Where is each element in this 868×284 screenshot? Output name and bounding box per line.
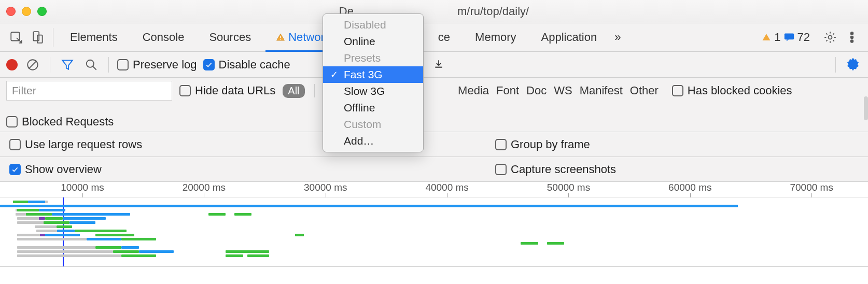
warning-icon bbox=[762, 33, 771, 42]
capture-screenshots-label: Capture screenshots bbox=[511, 163, 616, 176]
network-filter-row: Hide data URLs All XH Media Font Doc WS … bbox=[0, 78, 868, 132]
throttling-option-custom: Custom bbox=[323, 116, 423, 133]
window-titlebar: Dem/ru/top/daily/ bbox=[0, 0, 868, 23]
hide-data-urls-label: Hide data URLs bbox=[195, 84, 275, 97]
separator bbox=[50, 57, 50, 73]
options-row-1: Use large request rows Group by frame bbox=[0, 132, 868, 157]
use-large-rows-checkbox[interactable]: Use large request rows bbox=[9, 138, 142, 151]
issues-summary[interactable]: 1 72 bbox=[762, 31, 810, 44]
disable-cache-checkbox[interactable]: Disable cache bbox=[203, 58, 290, 72]
settings-icon[interactable] bbox=[821, 29, 839, 46]
timeline-tick: 30000 ms bbox=[304, 182, 347, 193]
tab-memory[interactable]: Memory bbox=[465, 23, 526, 51]
separator bbox=[53, 28, 53, 47]
throttling-option-slow-3g[interactable]: Slow 3G bbox=[323, 83, 423, 100]
filter-type-manifest[interactable]: Manifest bbox=[580, 84, 623, 97]
capture-screenshots-checkbox[interactable]: Capture screenshots bbox=[495, 163, 616, 176]
more-icon[interactable] bbox=[843, 29, 861, 46]
group-by-frame-checkbox[interactable]: Group by frame bbox=[495, 138, 590, 151]
filter-type-all[interactable]: All bbox=[283, 84, 304, 98]
svg-rect-3 bbox=[280, 36, 281, 38]
svg-rect-1 bbox=[33, 32, 39, 40]
warning-icon bbox=[276, 33, 285, 42]
network-toolbar: Preserve log Disable cache bbox=[0, 52, 868, 78]
message-icon bbox=[784, 33, 794, 42]
preserve-log-label: Preserve log bbox=[133, 58, 197, 72]
filter-type-media[interactable]: Media bbox=[458, 84, 489, 97]
svg-point-8 bbox=[851, 36, 853, 39]
filter-type-doc[interactable]: Doc bbox=[526, 84, 547, 97]
blocked-requests-label: Blocked Requests bbox=[22, 115, 114, 129]
has-blocked-cookies-label: Has blocked cookies bbox=[688, 84, 792, 97]
filter-type-ws[interactable]: WS bbox=[554, 84, 572, 97]
filter-icon[interactable] bbox=[59, 56, 76, 74]
zoom-window-button[interactable] bbox=[37, 7, 47, 16]
traffic-lights bbox=[6, 7, 47, 16]
throttling-option-online[interactable]: Online bbox=[323, 33, 423, 50]
separator bbox=[314, 84, 315, 97]
tabs-overflow-button[interactable]: » bbox=[611, 23, 624, 51]
minimize-window-button[interactable] bbox=[22, 7, 31, 16]
hide-data-urls-checkbox[interactable]: Hide data URLs bbox=[179, 84, 275, 97]
record-button[interactable] bbox=[6, 59, 18, 70]
throttling-dropdown-menu[interactable]: DisabledOnlinePresetsFast 3GSlow 3GOffli… bbox=[323, 13, 424, 152]
svg-rect-4 bbox=[280, 39, 281, 40]
filter-input[interactable] bbox=[6, 81, 172, 101]
search-icon[interactable] bbox=[82, 56, 100, 74]
inspect-icon[interactable] bbox=[7, 29, 25, 46]
disable-cache-label: Disable cache bbox=[219, 58, 290, 72]
svg-rect-5 bbox=[784, 34, 793, 40]
svg-point-6 bbox=[829, 36, 832, 39]
throttling-option-add-[interactable]: Add… bbox=[323, 133, 423, 149]
preserve-log-checkbox[interactable]: Preserve log bbox=[117, 58, 197, 72]
tab-console[interactable]: Console bbox=[132, 23, 195, 51]
show-overview-label: Show overview bbox=[25, 163, 102, 176]
timeline-tick: 50000 ms bbox=[547, 182, 590, 193]
warning-count: 1 bbox=[774, 31, 780, 44]
separator bbox=[108, 57, 109, 73]
use-large-rows-label: Use large request rows bbox=[25, 138, 142, 151]
close-window-button[interactable] bbox=[6, 7, 16, 16]
throttling-option-disabled: Disabled bbox=[323, 17, 423, 33]
show-overview-checkbox[interactable]: Show overview bbox=[9, 163, 102, 176]
throttling-option-presets: Presets bbox=[323, 50, 423, 66]
timeline-ruler: 10000 ms20000 ms30000 ms40000 ms50000 ms… bbox=[0, 182, 868, 197]
filter-type-other[interactable]: Other bbox=[630, 84, 659, 97]
blocked-requests-checkbox[interactable]: Blocked Requests bbox=[6, 115, 114, 129]
svg-point-12 bbox=[87, 60, 94, 67]
svg-line-11 bbox=[29, 61, 36, 68]
tab-sources[interactable]: Sources bbox=[199, 23, 261, 51]
network-settings-icon[interactable] bbox=[844, 56, 862, 74]
svg-line-13 bbox=[93, 66, 96, 70]
clear-button[interactable] bbox=[24, 56, 41, 74]
filter-type-font[interactable]: Font bbox=[496, 84, 519, 97]
timeline-tick: 20000 ms bbox=[183, 182, 226, 193]
timeline-waterfall bbox=[0, 197, 868, 266]
overview-timeline[interactable]: 10000 ms20000 ms30000 ms40000 ms50000 ms… bbox=[0, 182, 868, 267]
device-toggle-icon[interactable] bbox=[29, 29, 47, 46]
svg-rect-2 bbox=[37, 35, 43, 43]
download-har-button[interactable] bbox=[433, 59, 444, 71]
timeline-tick: 40000 ms bbox=[425, 182, 468, 193]
separator bbox=[835, 57, 836, 73]
tab-elements[interactable]: Elements bbox=[60, 23, 128, 51]
svg-point-7 bbox=[851, 32, 853, 35]
timeline-tick: 60000 ms bbox=[668, 182, 711, 193]
message-count: 72 bbox=[797, 31, 810, 44]
has-blocked-cookies-checkbox[interactable]: Has blocked cookies bbox=[672, 84, 792, 97]
timeline-tick: 70000 ms bbox=[790, 182, 833, 193]
tab-application[interactable]: Application bbox=[531, 23, 608, 51]
throttling-option-fast-3g[interactable]: Fast 3G bbox=[323, 66, 423, 83]
scrollbar-thumb[interactable] bbox=[864, 96, 868, 120]
throttling-option-offline[interactable]: Offline bbox=[323, 100, 423, 116]
timeline-tick: 10000 ms bbox=[61, 182, 104, 193]
options-row-2: Show overview Capture screenshots bbox=[0, 157, 868, 182]
devtools-tabs-bar: Elements Console Sources Network ce Memo… bbox=[0, 23, 868, 52]
svg-point-9 bbox=[851, 40, 853, 42]
group-by-frame-label: Group by frame bbox=[511, 138, 590, 151]
